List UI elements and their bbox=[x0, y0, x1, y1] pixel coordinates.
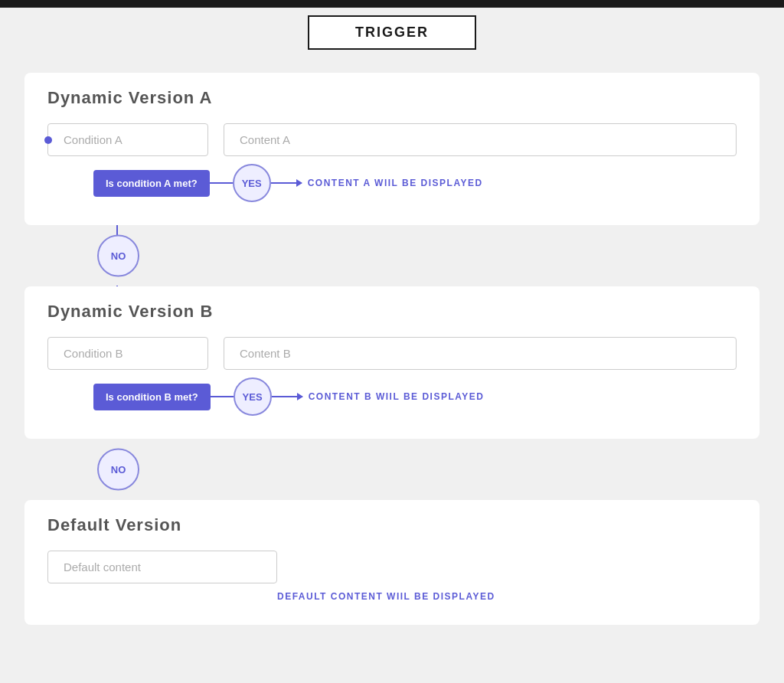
version-b-row: Condition B Content B bbox=[47, 337, 737, 370]
version-b-flow-row: Is condition B met? YES CONTENT B WIIL B… bbox=[93, 377, 737, 416]
between-a-b: NO bbox=[24, 225, 760, 286]
content-b-box: Content B bbox=[224, 337, 737, 370]
version-a-flow-row: Is condition A met? YES CONTENT A WIIL B… bbox=[93, 164, 737, 202]
main-container: Dynamic Version A Condition A Content A … bbox=[24, 73, 760, 625]
result-b-label: CONTENT B WIIL BE DISPLAYED bbox=[309, 391, 485, 402]
no-circle-2: NO bbox=[97, 449, 139, 491]
flow-line-a bbox=[210, 182, 233, 184]
default-title: Default Version bbox=[47, 515, 737, 535]
default-row: Default content bbox=[47, 551, 737, 583]
version-a-box: Dynamic Version A Condition A Content A … bbox=[24, 73, 760, 225]
condition-a-label: Condition A bbox=[64, 133, 122, 146]
trigger-label: TRIGGER bbox=[355, 25, 429, 40]
default-flow-row: DEFAULT CONTENT WIIL BE DISPLAYED bbox=[93, 591, 737, 602]
question-b-box: Is condition B met? bbox=[93, 384, 211, 410]
question-a-box: Is condition A met? bbox=[93, 170, 210, 197]
version-a-row: Condition A Content A bbox=[47, 123, 737, 156]
condition-a-box: Condition A bbox=[47, 123, 208, 156]
default-content-box: Default content bbox=[47, 551, 277, 583]
condition-b-label: Condition B bbox=[64, 347, 123, 360]
top-bar bbox=[0, 0, 784, 8]
condition-a-dot bbox=[44, 136, 52, 144]
arrow-line-body-a bbox=[271, 182, 302, 184]
trigger-header: TRIGGER bbox=[308, 15, 476, 50]
version-a-title: Dynamic Version A bbox=[47, 88, 737, 108]
version-b-title: Dynamic Version B bbox=[47, 302, 737, 322]
arrow-b bbox=[272, 396, 302, 397]
no-circle-1: NO bbox=[97, 235, 139, 277]
version-b-box: Dynamic Version B Condition B Content B … bbox=[24, 286, 760, 439]
yes-circle-b: YES bbox=[234, 377, 272, 416]
arrow-a bbox=[271, 182, 302, 184]
condition-b-box: Condition B bbox=[47, 337, 208, 370]
flow-line-b bbox=[211, 396, 234, 397]
default-content-label: Default content bbox=[64, 560, 141, 574]
arrow-line-body-b bbox=[272, 396, 302, 397]
content-a-label: Content A bbox=[240, 133, 290, 146]
between-b-default: NO bbox=[24, 439, 760, 500]
default-result-label: DEFAULT CONTENT WIIL BE DISPLAYED bbox=[277, 591, 495, 602]
yes-circle-a: YES bbox=[233, 164, 271, 202]
content-a-box: Content A bbox=[224, 123, 737, 156]
content-b-label: Content B bbox=[240, 347, 291, 360]
default-box: Default Version Default content DEFAULT … bbox=[24, 500, 760, 625]
result-a-label: CONTENT A WIIL BE DISPLAYED bbox=[308, 178, 483, 188]
